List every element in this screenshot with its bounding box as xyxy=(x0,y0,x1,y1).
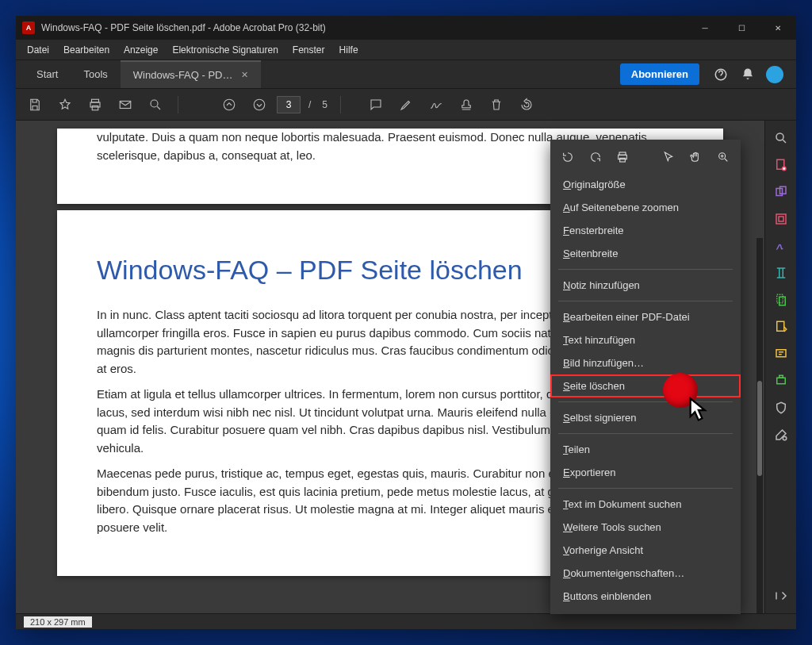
rotate-icon[interactable] xyxy=(514,92,539,117)
cursor-icon xyxy=(688,397,710,427)
svg-rect-3 xyxy=(92,106,98,109)
collapse-rail-icon[interactable] xyxy=(768,583,794,609)
titlebar: A Windows-FAQ - PDF Seite löschen.pdf - … xyxy=(16,16,796,40)
context-menu-item[interactable]: Seite löschen xyxy=(550,374,741,397)
context-menu-separator xyxy=(558,269,733,270)
sign-icon[interactable] xyxy=(423,92,449,117)
select-tool-icon[interactable] xyxy=(659,148,678,167)
svg-rect-17 xyxy=(776,321,783,331)
context-menu-item[interactable]: Auf Seitenebene zoomen xyxy=(550,196,741,219)
rotate-cw-icon[interactable] xyxy=(586,148,605,167)
context-menu-item[interactable]: Weitere Tools suchen xyxy=(550,516,741,539)
scan-ocr-icon[interactable] xyxy=(768,368,794,394)
minimize-button[interactable]: ─ xyxy=(687,16,723,40)
export-pdf-icon[interactable] xyxy=(768,287,794,313)
print-icon[interactable] xyxy=(613,148,632,167)
context-menu-item[interactable]: Seitenbreite xyxy=(550,242,741,265)
svg-rect-18 xyxy=(776,350,786,357)
context-menu-item[interactable]: Dokumenteigenschaften… xyxy=(550,562,741,585)
fill-sign-icon[interactable] xyxy=(768,260,794,286)
context-menu-item[interactable]: Selbst signieren xyxy=(550,406,741,429)
context-menu-item[interactable]: Exportieren xyxy=(550,461,741,484)
menu-window[interactable]: Fenster xyxy=(286,42,331,58)
send-comments-icon[interactable] xyxy=(768,341,794,367)
page-up-icon[interactable] xyxy=(216,92,242,117)
svg-rect-13 xyxy=(776,214,786,224)
svg-rect-14 xyxy=(779,217,783,221)
tab-tools[interactable]: Tools xyxy=(71,60,120,88)
svg-point-8 xyxy=(776,133,783,140)
request-signatures-icon[interactable] xyxy=(768,233,794,259)
right-tools-rail xyxy=(764,121,796,613)
hand-tool-icon[interactable] xyxy=(686,148,705,167)
protect-icon[interactable] xyxy=(768,395,794,420)
svg-point-5 xyxy=(151,100,158,107)
mail-icon[interactable] xyxy=(113,92,138,117)
print-icon[interactable] xyxy=(82,92,108,117)
toolbar: / 5 xyxy=(16,89,796,121)
context-menu-separator xyxy=(558,488,733,489)
more-tools-icon[interactable] xyxy=(768,422,794,447)
context-menu-separator xyxy=(558,301,733,301)
svg-rect-19 xyxy=(776,378,785,384)
organize-pages-icon[interactable] xyxy=(768,314,794,340)
context-menu-item[interactable]: Teilen xyxy=(550,438,741,461)
notifications-icon[interactable] xyxy=(734,60,761,88)
maximize-button[interactable]: ☐ xyxy=(723,16,760,40)
menu-esign[interactable]: Elektronische Signaturen xyxy=(166,42,284,58)
page-total: 5 xyxy=(319,99,331,110)
app-icon: A xyxy=(22,21,35,34)
context-menu-separator xyxy=(558,433,733,434)
context-menu-item[interactable]: Bearbeiten einer PDF-Datei xyxy=(550,305,741,328)
delete-icon[interactable] xyxy=(484,92,509,117)
close-button[interactable]: ✕ xyxy=(760,16,796,40)
menu-help[interactable]: Hilfe xyxy=(333,42,365,58)
svg-rect-4 xyxy=(120,101,131,108)
save-icon[interactable] xyxy=(22,92,48,117)
context-menu-item[interactable]: Text im Dokument suchen xyxy=(550,493,741,516)
svg-rect-20 xyxy=(779,375,783,378)
vertical-scrollbar[interactable] xyxy=(756,238,763,613)
page-down-icon[interactable] xyxy=(247,92,272,117)
highlight-icon[interactable] xyxy=(393,92,419,117)
context-menu-item[interactable]: Fensterbreite xyxy=(550,219,741,242)
comment-icon[interactable] xyxy=(363,92,389,117)
star-icon[interactable] xyxy=(52,92,78,117)
account-avatar[interactable] xyxy=(761,60,788,88)
create-pdf-icon[interactable] xyxy=(768,152,794,178)
zoom-icon[interactable] xyxy=(143,92,168,117)
tab-document[interactable]: Windows-FAQ - PD…✕ xyxy=(121,60,261,88)
context-menu-item[interactable]: Text hinzufügen xyxy=(550,328,741,351)
tab-start[interactable]: Start xyxy=(24,60,71,88)
menubar: Datei Bearbeiten Anzeige Elektronische S… xyxy=(16,40,796,60)
context-menu-item[interactable]: Buttons einblenden xyxy=(550,585,741,608)
statusbar: 210 x 297 mm xyxy=(16,613,796,629)
edit-pdf-icon[interactable] xyxy=(768,206,794,232)
svg-point-6 xyxy=(224,99,235,110)
page-separator: / xyxy=(305,99,314,110)
tab-close-icon[interactable]: ✕ xyxy=(241,70,248,80)
stamp-icon[interactable] xyxy=(454,92,479,117)
context-menu-item[interactable]: Vorherige Ansicht xyxy=(550,539,741,562)
tabbar: Start Tools Windows-FAQ - PD…✕ Abonniere… xyxy=(16,60,796,89)
menu-view[interactable]: Anzeige xyxy=(117,42,164,58)
page-dimensions: 210 x 297 mm xyxy=(24,616,92,628)
svg-point-7 xyxy=(254,99,265,110)
search-tool-icon[interactable] xyxy=(768,125,794,151)
context-menu-item[interactable]: Originalgröße xyxy=(550,173,741,196)
rotate-ccw-icon[interactable] xyxy=(558,148,577,167)
window-title: Windows-FAQ - PDF Seite löschen.pdf - Ad… xyxy=(41,22,687,33)
context-menu: OriginalgrößeAuf Seitenebene zoomenFenst… xyxy=(550,140,741,614)
subscribe-button[interactable]: Abonnieren xyxy=(620,63,699,85)
combine-files-icon[interactable] xyxy=(768,179,794,205)
menu-file[interactable]: Datei xyxy=(21,42,56,58)
help-icon[interactable] xyxy=(707,60,734,88)
marquee-zoom-icon[interactable] xyxy=(714,148,733,167)
menu-edit[interactable]: Bearbeiten xyxy=(57,42,116,58)
context-menu-item[interactable]: Bild hinzufügen… xyxy=(550,351,741,374)
svg-rect-24 xyxy=(620,158,626,162)
context-menu-item[interactable]: Notiz hinzufügen xyxy=(550,274,741,297)
svg-point-21 xyxy=(783,436,787,440)
page-number-input[interactable] xyxy=(277,96,301,113)
